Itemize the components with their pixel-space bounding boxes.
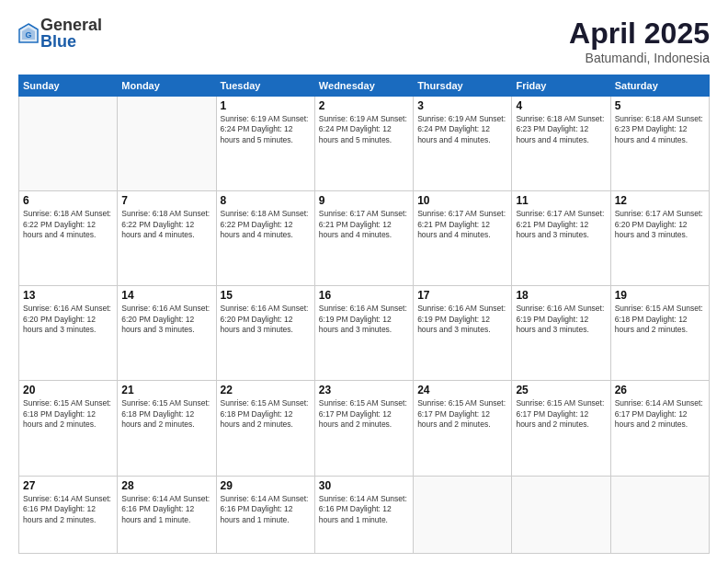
table-row: 16Sunrise: 6:16 AM Sunset: 6:19 PM Dayli… [314, 286, 413, 381]
logo-blue: Blue [40, 33, 102, 50]
table-row: 10Sunrise: 6:17 AM Sunset: 6:21 PM Dayli… [414, 191, 512, 286]
table-row: 26Sunrise: 6:14 AM Sunset: 6:17 PM Dayli… [610, 381, 709, 476]
table-row: 24Sunrise: 6:15 AM Sunset: 6:17 PM Dayli… [414, 381, 512, 476]
table-row: 6Sunrise: 6:18 AM Sunset: 6:22 PM Daylig… [19, 191, 118, 286]
day-info: Sunrise: 6:16 AM Sunset: 6:19 PM Dayligh… [319, 304, 409, 335]
day-info: Sunrise: 6:14 AM Sunset: 6:16 PM Dayligh… [121, 494, 211, 525]
title-block: April 2025 Batumandi, Indonesia [569, 17, 710, 65]
day-number: 10 [417, 194, 507, 207]
day-number: 16 [319, 289, 409, 302]
table-row [19, 97, 118, 191]
table-row: 22Sunrise: 6:15 AM Sunset: 6:18 PM Dayli… [216, 381, 314, 476]
title-month: April 2025 [569, 17, 710, 51]
day-number: 6 [23, 194, 113, 207]
day-info: Sunrise: 6:14 AM Sunset: 6:16 PM Dayligh… [221, 494, 311, 525]
day-info: Sunrise: 6:19 AM Sunset: 6:24 PM Dayligh… [417, 114, 507, 145]
table-row: 23Sunrise: 6:15 AM Sunset: 6:17 PM Dayli… [314, 381, 413, 476]
day-number: 5 [615, 99, 705, 112]
day-info: Sunrise: 6:16 AM Sunset: 6:20 PM Dayligh… [221, 304, 311, 335]
day-info: Sunrise: 6:14 AM Sunset: 6:16 PM Dayligh… [319, 494, 409, 525]
day-info: Sunrise: 6:14 AM Sunset: 6:17 PM Dayligh… [615, 398, 705, 430]
logo: G General Blue [18, 17, 102, 50]
day-info: Sunrise: 6:18 AM Sunset: 6:23 PM Dayligh… [615, 114, 705, 145]
day-number: 14 [121, 289, 211, 302]
logo-text: General Blue [40, 17, 102, 50]
table-row: 18Sunrise: 6:16 AM Sunset: 6:19 PM Dayli… [512, 286, 610, 381]
table-row: 28Sunrise: 6:14 AM Sunset: 6:16 PM Dayli… [118, 476, 216, 553]
table-row: 8Sunrise: 6:18 AM Sunset: 6:22 PM Daylig… [216, 191, 314, 286]
day-info: Sunrise: 6:19 AM Sunset: 6:24 PM Dayligh… [221, 114, 311, 145]
table-row: 3Sunrise: 6:19 AM Sunset: 6:24 PM Daylig… [414, 97, 512, 191]
day-number: 11 [516, 194, 606, 207]
table-row [610, 476, 709, 553]
table-row: 19Sunrise: 6:15 AM Sunset: 6:18 PM Dayli… [610, 286, 709, 381]
header-saturday: Saturday [610, 75, 709, 97]
page: G General Blue April 2025 Batumandi, Ind… [0, 0, 728, 563]
day-info: Sunrise: 6:16 AM Sunset: 6:20 PM Dayligh… [23, 304, 113, 335]
table-row: 14Sunrise: 6:16 AM Sunset: 6:20 PM Dayli… [118, 286, 216, 381]
day-number: 13 [23, 289, 113, 302]
day-number: 23 [319, 384, 409, 396]
table-row [512, 476, 610, 553]
header-tuesday: Tuesday [216, 75, 314, 97]
day-info: Sunrise: 6:18 AM Sunset: 6:23 PM Dayligh… [516, 114, 606, 145]
table-row: 29Sunrise: 6:14 AM Sunset: 6:16 PM Dayli… [216, 476, 314, 553]
day-number: 25 [516, 384, 606, 396]
table-row [414, 476, 512, 553]
table-row: 30Sunrise: 6:14 AM Sunset: 6:16 PM Dayli… [314, 476, 413, 553]
table-row: 11Sunrise: 6:17 AM Sunset: 6:21 PM Dayli… [512, 191, 610, 286]
day-number: 1 [221, 99, 311, 112]
day-info: Sunrise: 6:17 AM Sunset: 6:20 PM Dayligh… [615, 209, 705, 240]
day-info: Sunrise: 6:15 AM Sunset: 6:18 PM Dayligh… [23, 398, 113, 430]
day-info: Sunrise: 6:15 AM Sunset: 6:18 PM Dayligh… [121, 398, 211, 430]
day-info: Sunrise: 6:18 AM Sunset: 6:22 PM Dayligh… [23, 209, 113, 240]
logo-icon: G [18, 23, 39, 43]
table-row: 25Sunrise: 6:15 AM Sunset: 6:17 PM Dayli… [512, 381, 610, 476]
day-info: Sunrise: 6:18 AM Sunset: 6:22 PM Dayligh… [221, 209, 311, 240]
day-info: Sunrise: 6:16 AM Sunset: 6:19 PM Dayligh… [417, 304, 507, 335]
table-row: 2Sunrise: 6:19 AM Sunset: 6:24 PM Daylig… [314, 97, 413, 191]
day-number: 26 [615, 384, 705, 396]
table-row: 21Sunrise: 6:15 AM Sunset: 6:18 PM Dayli… [118, 381, 216, 476]
title-location: Batumandi, Indonesia [569, 51, 710, 65]
day-info: Sunrise: 6:16 AM Sunset: 6:20 PM Dayligh… [121, 304, 211, 335]
table-row: 13Sunrise: 6:16 AM Sunset: 6:20 PM Dayli… [19, 286, 118, 381]
table-row: 9Sunrise: 6:17 AM Sunset: 6:21 PM Daylig… [314, 191, 413, 286]
day-number: 15 [221, 289, 311, 302]
table-row: 5Sunrise: 6:18 AM Sunset: 6:23 PM Daylig… [610, 97, 709, 191]
day-number: 30 [319, 479, 409, 492]
header-wednesday: Wednesday [314, 75, 413, 97]
header: G General Blue April 2025 Batumandi, Ind… [18, 17, 710, 65]
day-number: 9 [319, 194, 409, 207]
day-info: Sunrise: 6:15 AM Sunset: 6:18 PM Dayligh… [615, 304, 705, 335]
day-number: 20 [23, 384, 113, 396]
header-monday: Monday [118, 75, 216, 97]
day-number: 8 [221, 194, 311, 207]
day-info: Sunrise: 6:14 AM Sunset: 6:16 PM Dayligh… [23, 494, 113, 525]
table-row: 7Sunrise: 6:18 AM Sunset: 6:22 PM Daylig… [118, 191, 216, 286]
svg-text:G: G [25, 30, 31, 40]
logo-general: General [40, 17, 102, 33]
table-row: 17Sunrise: 6:16 AM Sunset: 6:19 PM Dayli… [414, 286, 512, 381]
day-number: 19 [615, 289, 705, 302]
table-row: 12Sunrise: 6:17 AM Sunset: 6:20 PM Dayli… [610, 191, 709, 286]
day-number: 4 [516, 99, 606, 112]
calendar-table: Sunday Monday Tuesday Wednesday Thursday… [18, 75, 710, 554]
day-info: Sunrise: 6:15 AM Sunset: 6:17 PM Dayligh… [319, 398, 409, 430]
day-info: Sunrise: 6:15 AM Sunset: 6:18 PM Dayligh… [221, 398, 311, 430]
day-info: Sunrise: 6:17 AM Sunset: 6:21 PM Dayligh… [516, 209, 606, 240]
header-friday: Friday [512, 75, 610, 97]
table-row: 20Sunrise: 6:15 AM Sunset: 6:18 PM Dayli… [19, 381, 118, 476]
day-info: Sunrise: 6:19 AM Sunset: 6:24 PM Dayligh… [319, 114, 409, 145]
day-number: 18 [516, 289, 606, 302]
day-info: Sunrise: 6:16 AM Sunset: 6:19 PM Dayligh… [516, 304, 606, 335]
day-number: 7 [121, 194, 211, 207]
day-number: 29 [221, 479, 311, 492]
day-info: Sunrise: 6:15 AM Sunset: 6:17 PM Dayligh… [516, 398, 606, 430]
day-number: 21 [121, 384, 211, 396]
day-number: 27 [23, 479, 113, 492]
table-row: 27Sunrise: 6:14 AM Sunset: 6:16 PM Dayli… [19, 476, 118, 553]
day-number: 28 [121, 479, 211, 492]
table-row: 1Sunrise: 6:19 AM Sunset: 6:24 PM Daylig… [216, 97, 314, 191]
day-info: Sunrise: 6:17 AM Sunset: 6:21 PM Dayligh… [319, 209, 409, 240]
